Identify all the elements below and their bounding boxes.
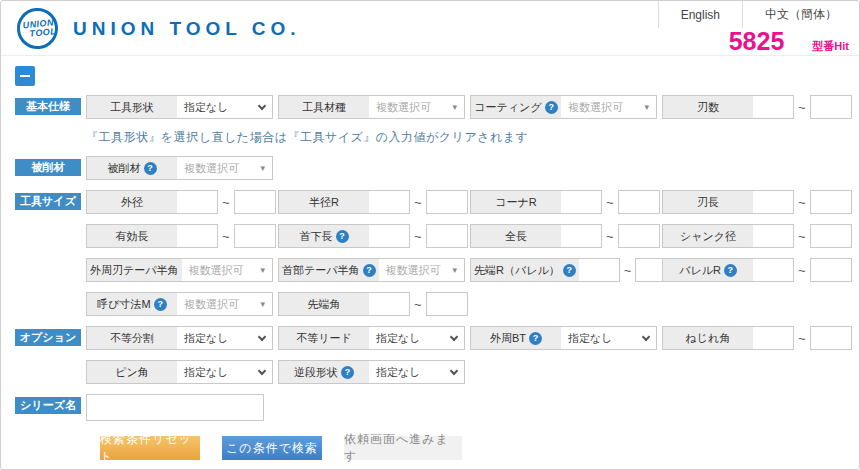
field-label-text: 先端R（バレル）: [474, 263, 560, 278]
field-nominal-size-m: 呼び寸法M?複数選択可▾: [86, 292, 278, 316]
form-row: 呼び寸法M?複数選択可▾先端角~: [86, 292, 854, 316]
tip-r-barrel-min-input[interactable]: [579, 259, 619, 281]
field-label-text: ピン角: [115, 365, 149, 380]
flute-count-max-input[interactable]: [810, 95, 852, 119]
peripheral-taper-half-angle-dropdown[interactable]: 複数選択可▾: [182, 259, 272, 281]
pin-angle-dropdown[interactable]: 指定なし: [177, 361, 272, 383]
help-icon[interactable]: ?: [363, 264, 376, 277]
field-label-text: 工具材種: [302, 100, 346, 115]
help-icon[interactable]: ?: [154, 298, 167, 311]
range-tilde: ~: [624, 263, 632, 278]
helix-angle-min-input[interactable]: [753, 327, 793, 349]
barrel-r-min-input[interactable]: [753, 259, 793, 281]
help-icon[interactable]: ?: [545, 101, 558, 114]
flute-length-max-input[interactable]: [810, 190, 852, 214]
field-label-text: 不等分割: [110, 331, 154, 346]
section-basic-spec: 基本仕様工具形状指定なし工具材種複数選択可▾コーティング?複数選択可▾刃数~『工…: [15, 95, 851, 146]
tool-shape-dropdown[interactable]: 指定なし: [177, 96, 272, 118]
collapse-button[interactable]: [15, 66, 35, 86]
flute-count-label: 刃数: [663, 96, 753, 118]
helix-angle-label: ねじれ角: [663, 327, 753, 349]
outer-diameter-max-input[interactable]: [234, 190, 276, 214]
reset-button[interactable]: 検索条件リセット: [100, 436, 200, 460]
field-outer-diameter: 外径~: [86, 190, 278, 214]
nominal-size-m-dropdown[interactable]: 複数選択可▾: [177, 293, 272, 315]
unequal-lead-dropdown[interactable]: 指定なし: [369, 327, 464, 349]
field-overall-length: 全長~: [470, 224, 662, 248]
language-link-chinese[interactable]: 中文（簡体）: [742, 1, 859, 28]
section-badge-work-material: 被削材: [15, 159, 81, 176]
barrel-r-max-input[interactable]: [810, 258, 852, 282]
shank-diameter-max-input[interactable]: [810, 224, 852, 248]
effective-length-min-input[interactable]: [177, 225, 217, 247]
overall-length-min-input[interactable]: [561, 225, 601, 247]
dropdown-arrow-icon: ▾: [452, 266, 457, 275]
shank-diameter-min-input[interactable]: [753, 225, 793, 247]
corner-r-min-input[interactable]: [561, 191, 601, 213]
field-work-material: 被削材?複数選択可▾: [86, 156, 278, 180]
range-tilde: ~: [414, 195, 422, 210]
proceed-button[interactable]: 依頼画面へ進みます: [344, 436, 462, 460]
point-angle-min-input[interactable]: [369, 293, 409, 315]
field-shank-diameter: シャンク径~: [662, 224, 854, 248]
help-icon[interactable]: ?: [336, 230, 349, 243]
logo-text-line2: TOOL: [29, 27, 57, 39]
help-icon[interactable]: ?: [563, 264, 576, 277]
field-under-neck-length: 首下長?~: [278, 224, 470, 248]
tool-material-dropdown[interactable]: 複数選択可▾: [369, 96, 464, 118]
outer-diameter-min-input[interactable]: [177, 191, 217, 213]
section-note: 『工具形状』を選択し直した場合は『工具サイズ』の入力値がクリアされます: [86, 129, 854, 146]
field-label-text: 首下長: [300, 229, 333, 244]
work-material-dropdown[interactable]: 複数選択可▾: [177, 157, 272, 179]
range-tilde: ~: [798, 195, 806, 210]
field-label-text: 不等リード: [296, 331, 352, 346]
peripheral-bt-dropdown[interactable]: 指定なし: [561, 327, 656, 349]
form-sections: 基本仕様工具形状指定なし工具材種複数選択可▾コーティング?複数選択可▾刃数~『工…: [15, 95, 851, 421]
logo[interactable]: UNION TOOL UNION TOOL CO.: [17, 8, 301, 49]
range-tilde: ~: [606, 195, 614, 210]
corner-r-max-input[interactable]: [618, 190, 660, 214]
field-barrel-r: バレルR?~: [662, 258, 854, 282]
radius-r-min-input[interactable]: [369, 191, 409, 213]
help-icon[interactable]: ?: [144, 162, 157, 175]
pin-angle-value: 指定なし: [184, 365, 229, 380]
search-button[interactable]: この条件で検索: [222, 436, 322, 460]
under-neck-length-min-input[interactable]: [369, 225, 409, 247]
form-row: 不等分割指定なし不等リード指定なし外周BT?指定なしねじれ角~: [86, 326, 854, 350]
field-corner-r: コーナR~: [470, 190, 662, 214]
range-tilde: ~: [414, 229, 422, 244]
field-label-text: ねじれ角: [686, 331, 731, 346]
radius-r-max-input[interactable]: [426, 190, 468, 214]
flute-length-min-input[interactable]: [753, 191, 793, 213]
tool-material-label: 工具材種: [279, 96, 369, 118]
point-angle-max-input[interactable]: [426, 292, 468, 316]
radius-r-label: 半径R: [279, 191, 369, 213]
peripheral-bt-value: 指定なし: [568, 331, 613, 346]
effective-length-max-input[interactable]: [234, 224, 276, 248]
reverse-step-shape-dropdown[interactable]: 指定なし: [369, 361, 464, 383]
under-neck-length-label: 首下長?: [279, 225, 369, 247]
under-neck-length-max-input[interactable]: [426, 224, 468, 248]
neck-taper-half-angle-dropdown[interactable]: 複数選択可▾: [379, 259, 464, 281]
help-icon[interactable]: ?: [724, 264, 737, 277]
minus-icon: [20, 75, 30, 77]
section-series-name: シリーズ名: [15, 394, 851, 421]
coating-dropdown[interactable]: 複数選択可▾: [561, 96, 656, 118]
dropdown-arrow-icon: ▾: [452, 103, 457, 112]
field-tool-material: 工具材種複数選択可▾: [278, 95, 470, 119]
flute-count-min-input[interactable]: [753, 96, 793, 118]
union-tool-logo-icon: UNION TOOL: [15, 6, 60, 51]
helix-angle-max-input[interactable]: [810, 326, 852, 350]
series-name-input[interactable]: [86, 394, 264, 421]
language-link-english[interactable]: English: [658, 1, 742, 28]
header: UNION TOOL UNION TOOL CO. English 中文（簡体）…: [1, 1, 859, 56]
unequal-division-dropdown[interactable]: 指定なし: [177, 327, 272, 349]
overall-length-max-input[interactable]: [618, 224, 660, 248]
help-icon[interactable]: ?: [341, 366, 354, 379]
range-tilde: ~: [222, 229, 230, 244]
field-peripheral-taper-half-angle: 外周刃テーパ半角複数選択可▾: [86, 258, 278, 282]
unequal-division-value: 指定なし: [184, 331, 229, 346]
help-icon[interactable]: ?: [529, 332, 542, 345]
range-tilde: ~: [798, 100, 806, 115]
flute-length-label: 刃長: [663, 191, 753, 213]
